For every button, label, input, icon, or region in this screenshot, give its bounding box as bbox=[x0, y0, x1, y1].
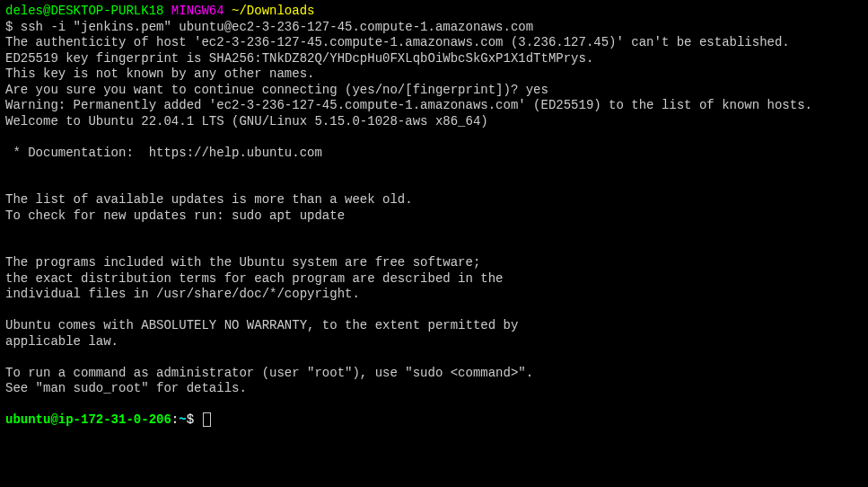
env-label: MINGW64 bbox=[171, 4, 224, 18]
output-programs-2: the exact distribution terms for each pr… bbox=[5, 271, 863, 288]
user-host-2: ubuntu@ip-172-31-0-206 bbox=[5, 412, 171, 427]
output-warning-added: Warning: Permanently added 'ec2-3-236-12… bbox=[5, 98, 863, 114]
blank-4 bbox=[5, 224, 863, 240]
path-1: ~/Downloads bbox=[232, 4, 314, 18]
output-updates-old: The list of available updates is more th… bbox=[5, 192, 863, 208]
blank-3 bbox=[5, 177, 863, 193]
output-warranty-1: Ubuntu comes with ABSOLUTELY NO WARRANTY… bbox=[5, 318, 863, 334]
command-line-1[interactable]: $ ssh -i "jenkins.pem" ubuntu@ec2-3-236-… bbox=[5, 20, 863, 36]
output-welcome: Welcome to Ubuntu 22.04.1 LTS (GNU/Linux… bbox=[5, 114, 863, 130]
path-2: ~ bbox=[179, 412, 186, 427]
blank-6 bbox=[5, 303, 863, 319]
colon: : bbox=[171, 412, 179, 427]
cursor bbox=[203, 412, 211, 427]
output-sudo-1: To run a command as administrator (user … bbox=[5, 366, 863, 382]
blank-8 bbox=[5, 397, 863, 413]
prompt-line-2[interactable]: ubuntu@ip-172-31-0-206:~$ bbox=[5, 412, 863, 429]
output-programs-1: The programs included with the Ubuntu sy… bbox=[5, 255, 863, 271]
output-fingerprint: ED25519 key fingerprint is SHA256:TNkDZ8… bbox=[5, 51, 863, 67]
output-not-known: This key is not known by any other names… bbox=[5, 66, 863, 83]
blank-2 bbox=[5, 161, 863, 177]
output-warranty-2: applicable law. bbox=[5, 334, 863, 350]
prompt-line-1: deles@DESKTOP-PURLK18 MINGW64 ~/Download… bbox=[5, 4, 863, 20]
user-host-1: deles@DESKTOP-PURLK18 bbox=[5, 4, 163, 18]
output-authenticity: The authenticity of host 'ec2-3-236-127-… bbox=[5, 35, 863, 51]
ssh-command: ssh -i "jenkins.pem" ubuntu@ec2-3-236-12… bbox=[21, 20, 533, 34]
output-documentation: * Documentation: https://help.ubuntu.com bbox=[5, 146, 863, 162]
blank-5 bbox=[5, 240, 863, 256]
blank-1 bbox=[5, 129, 863, 146]
output-confirm-prompt: Are you sure you want to continue connec… bbox=[5, 83, 863, 99]
blank-7 bbox=[5, 350, 863, 366]
output-sudo-2: See "man sudo_root" for details. bbox=[5, 381, 863, 397]
prompt-symbol-1: $ bbox=[5, 20, 13, 34]
output-check-updates: To check for new updates run: sudo apt u… bbox=[5, 208, 863, 225]
output-programs-3: individual files in /usr/share/doc/*/cop… bbox=[5, 287, 863, 303]
prompt-symbol-2: $ bbox=[187, 412, 194, 427]
